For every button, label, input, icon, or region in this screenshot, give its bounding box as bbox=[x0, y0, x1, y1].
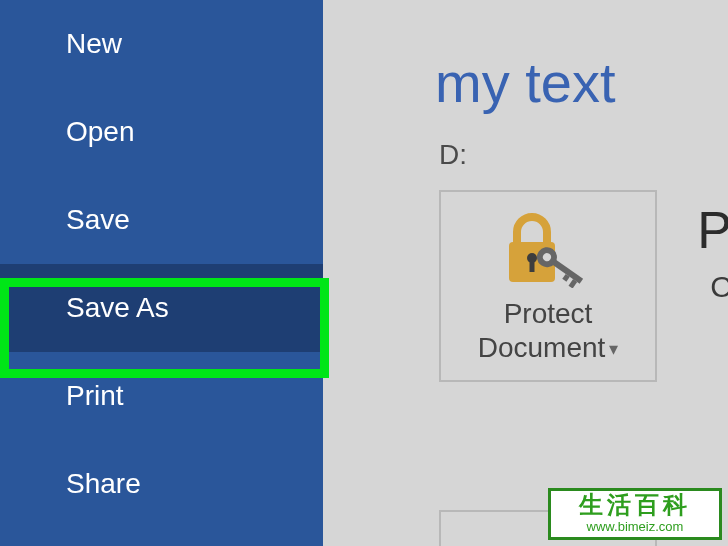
sidebar-item-label: Share bbox=[66, 468, 141, 499]
sidebar-item-open[interactable]: Open bbox=[0, 88, 323, 176]
file-menu-sidebar: New Open Save Save As Print Share bbox=[0, 0, 323, 546]
partial-text-p: P bbox=[697, 200, 728, 260]
sidebar-item-label: New bbox=[66, 28, 122, 59]
partial-text-c: C bbox=[710, 270, 728, 304]
svg-rect-2 bbox=[530, 260, 535, 272]
sidebar-item-save[interactable]: Save bbox=[0, 176, 323, 264]
sidebar-item-label: Save As bbox=[66, 292, 169, 323]
sidebar-item-share[interactable]: Share bbox=[0, 440, 323, 528]
sidebar-item-new[interactable]: New bbox=[0, 0, 323, 88]
protect-label-line1: Protect bbox=[504, 298, 593, 330]
sidebar-item-label: Print bbox=[66, 380, 124, 411]
watermark-text-cn: 生活百科 bbox=[579, 493, 691, 517]
document-title: my text bbox=[323, 0, 728, 125]
document-location: D: bbox=[323, 125, 728, 171]
sidebar-item-print[interactable]: Print bbox=[0, 352, 323, 440]
lock-key-icon bbox=[503, 210, 593, 288]
sidebar-item-save-as[interactable]: Save As bbox=[0, 264, 323, 352]
protect-document-button[interactable]: Protect Document▾ bbox=[439, 190, 657, 382]
sidebar-item-label: Open bbox=[66, 116, 135, 147]
chevron-down-icon: ▾ bbox=[609, 338, 618, 361]
watermark-url: www.bimeiz.com bbox=[587, 519, 684, 535]
content-pane: my text D: Protect bbox=[323, 0, 728, 546]
watermark-badge: 生活百科 www.bimeiz.com bbox=[548, 488, 722, 540]
protect-label-line2: Document▾ bbox=[478, 330, 619, 366]
sidebar-item-label: Save bbox=[66, 204, 130, 235]
